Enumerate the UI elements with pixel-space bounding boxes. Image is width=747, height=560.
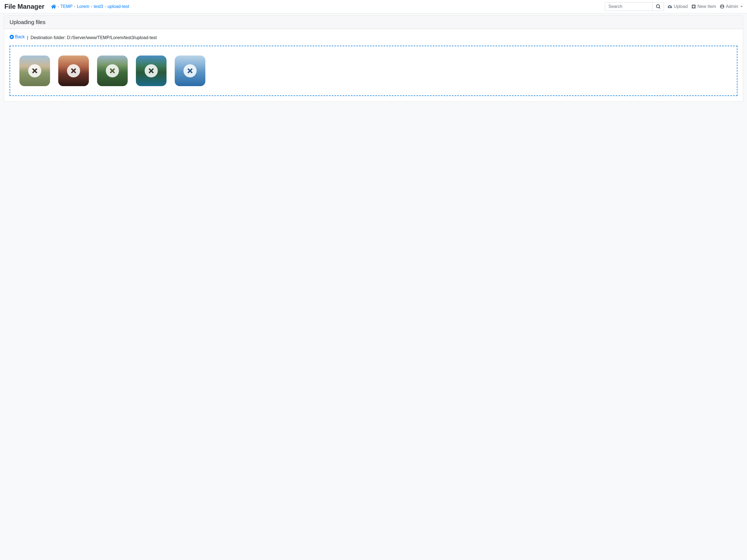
back-link[interactable]: Back — [9, 34, 25, 40]
close-icon — [148, 67, 155, 74]
upload-thumbnail[interactable] — [19, 55, 50, 86]
caret-down-icon — [741, 6, 743, 7]
upload-card: Uploading files Back | Destination folde… — [4, 16, 743, 102]
close-icon — [31, 67, 38, 74]
upload-label: Upload — [674, 4, 688, 9]
admin-menu[interactable]: Admin — [720, 4, 743, 9]
admin-label: Admin — [726, 4, 738, 9]
upload-button[interactable]: Upload — [668, 4, 688, 9]
home-icon[interactable] — [51, 4, 56, 9]
remove-thumbnail-button[interactable] — [28, 64, 41, 77]
remove-thumbnail-button[interactable] — [106, 64, 119, 77]
breadcrumb-item-test3[interactable]: test3 — [94, 4, 103, 9]
breadcrumb-item-upload-test[interactable]: upload-test — [107, 4, 129, 9]
plus-square-icon — [692, 4, 696, 9]
breadcrumb-item-temp[interactable]: TEMP — [60, 4, 73, 9]
user-circle-icon — [720, 4, 724, 9]
dropzone[interactable] — [9, 46, 738, 96]
close-icon — [186, 67, 194, 74]
close-icon — [70, 67, 77, 74]
search-icon — [656, 4, 660, 9]
app-brand[interactable]: File Manager — [4, 3, 45, 10]
destination-label: Destination folder: D:/Server/www/TEMP/L… — [31, 35, 157, 40]
remove-thumbnail-button[interactable] — [67, 64, 80, 77]
arrow-left-circle-icon — [9, 35, 14, 39]
cloud-upload-icon — [668, 4, 672, 9]
separator: | — [27, 35, 28, 40]
chevron-right-icon: › — [105, 5, 106, 8]
remove-thumbnail-button[interactable] — [183, 64, 197, 77]
upload-thumbnail[interactable] — [136, 55, 166, 86]
info-line: Back | Destination folder: D:/Server/www… — [9, 34, 738, 40]
new-item-button[interactable]: New Item — [692, 4, 716, 9]
navbar-actions: Upload New Item Admin — [605, 2, 743, 11]
close-icon — [109, 67, 116, 74]
remove-thumbnail-button[interactable] — [145, 64, 158, 77]
new-item-label: New Item — [697, 4, 716, 9]
chevron-right-icon: › — [91, 5, 92, 8]
breadcrumb: › TEMP › Lorem › test3 › upload-test — [51, 4, 605, 9]
page-body: Uploading files Back | Destination folde… — [0, 14, 747, 560]
card-title: Uploading files — [4, 16, 743, 29]
chevron-right-icon: › — [58, 5, 59, 8]
back-label: Back — [15, 34, 25, 40]
breadcrumb-item-lorem[interactable]: Lorem — [77, 4, 89, 9]
upload-thumbnail[interactable] — [175, 55, 205, 86]
search-group — [605, 2, 664, 11]
chevron-right-icon: › — [74, 5, 75, 8]
search-button[interactable] — [653, 2, 664, 11]
upload-thumbnail[interactable] — [97, 55, 128, 86]
search-input[interactable] — [605, 2, 653, 11]
card-body: Back | Destination folder: D:/Server/www… — [4, 29, 743, 101]
navbar: File Manager › TEMP › Lorem › test3 › up… — [0, 0, 747, 14]
upload-thumbnail[interactable] — [58, 55, 89, 86]
